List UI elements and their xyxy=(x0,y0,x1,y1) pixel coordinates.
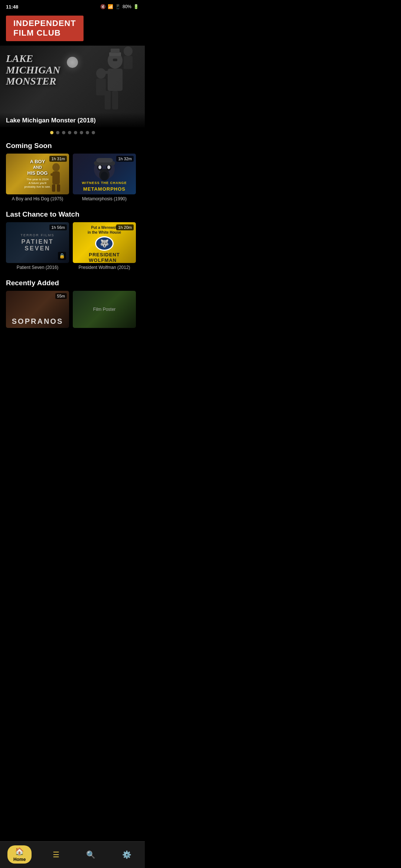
dot-6[interactable] xyxy=(80,131,83,134)
svg-rect-6 xyxy=(111,49,120,53)
recently-card-1[interactable]: SOPRANOS 55m xyxy=(6,291,69,328)
coming-soon-cards: A BOYANDHIS DOG The year is 2024A future… xyxy=(6,154,139,204)
recently-added-title: Recently Added xyxy=(6,279,139,287)
mute-icon: 🔇 xyxy=(100,4,106,9)
movie-thumb-wolfman: Put a Werewolfin the White House 🐺 PRESI… xyxy=(73,222,136,263)
battery-icon: 🔋 xyxy=(133,4,139,9)
svg-rect-7 xyxy=(113,59,117,61)
svg-rect-4 xyxy=(112,91,118,109)
recently-1-duration: 55m xyxy=(55,293,67,299)
movie-thumb-patient-seven: TERROR FILMS PATIENTSEVEN 1h 56m 🔒 xyxy=(6,222,69,263)
hero-banner[interactable]: LAKEMICHIGANMONSTER Lake Michigan Monste… xyxy=(0,46,145,127)
brand-name: INDEPENDENTFILM CLUB xyxy=(13,19,76,38)
metamorphosis-duration: 1h 32m xyxy=(116,156,134,162)
wifi-icon: 📶 xyxy=(108,4,113,9)
svg-rect-9 xyxy=(124,56,133,69)
last-chance-title: Last Chance to Watch xyxy=(6,210,139,218)
svg-point-21 xyxy=(107,165,110,169)
svg-point-8 xyxy=(124,46,133,56)
svg-rect-14 xyxy=(50,173,55,176)
movie-thumb-boy-dog: A BOYANDHIS DOG The year is 2024A future… xyxy=(6,154,69,194)
status-bar: 11:48 🔇 📶 📱 80% 🔋 xyxy=(0,0,145,12)
metamorphosis-label: Metamorphosis (1990) xyxy=(73,196,136,201)
hero-title-art: LAKEMICHIGANMONSTER xyxy=(6,53,60,87)
svg-rect-16 xyxy=(57,184,60,192)
recently-card-2[interactable]: Film Poster xyxy=(73,291,136,328)
movie-thumb-metamorphosis: WITNESS THE CHANGE METAMORPHOS 1h 32m xyxy=(73,154,136,194)
dot-8[interactable] xyxy=(92,131,95,134)
recently-thumb-2: Film Poster xyxy=(73,291,136,328)
wolfman-label: President Wolfman (2012) xyxy=(73,265,136,270)
dot-2[interactable] xyxy=(56,131,59,134)
wolfman-duration: 1h 20m xyxy=(116,224,134,230)
status-time: 11:48 xyxy=(6,4,18,10)
patient-seven-label: Patient Seven (2016) xyxy=(6,265,69,270)
recently-thumb-1: SOPRANOS 55m xyxy=(6,291,69,328)
dot-5[interactable] xyxy=(74,131,77,134)
coming-soon-section: Coming Soon A BOYANDHIS DOG The year is … xyxy=(0,138,145,207)
movie-card-boy-dog[interactable]: A BOYANDHIS DOG The year is 2024A future… xyxy=(6,154,69,201)
movie-card-metamorphosis[interactable]: WITNESS THE CHANGE METAMORPHOS 1h 32m Me… xyxy=(73,154,136,201)
recently-added-section: Recently Added SOPRANOS 55m Film Poster xyxy=(0,275,145,332)
svg-point-12 xyxy=(52,163,60,171)
svg-rect-15 xyxy=(52,184,55,192)
boy-dog-label: A Boy and His Dog (1975) xyxy=(6,196,69,201)
boy-dog-duration: 1h 31m xyxy=(49,156,67,162)
dot-3[interactable] xyxy=(62,131,65,134)
movie-card-wolfman[interactable]: Put a Werewolfin the White House 🐺 PRESI… xyxy=(73,222,136,270)
last-chance-section: Last Chance to Watch TERROR FILMS PATIEN… xyxy=(0,207,145,275)
dot-7[interactable] xyxy=(86,131,89,134)
signal-icon: 📱 xyxy=(115,4,121,9)
boy-dog-silhouette xyxy=(47,163,65,193)
svg-rect-11 xyxy=(96,79,106,95)
patient-seven-lock-icon: 🔒 xyxy=(58,252,66,260)
dot-4[interactable] xyxy=(68,131,71,134)
svg-point-10 xyxy=(96,68,106,79)
patient-seven-duration: 1h 56m xyxy=(49,224,67,230)
last-chance-cards: TERROR FILMS PATIENTSEVEN 1h 56m 🔒 Patie… xyxy=(6,222,139,273)
battery-indicator: 80% xyxy=(123,4,131,9)
svg-rect-25 xyxy=(96,158,113,162)
app-header: INDEPENDENTFILM CLUB xyxy=(0,12,145,46)
thumb-bg-recently2: Film Poster xyxy=(73,291,136,328)
brand-badge: INDEPENDENTFILM CLUB xyxy=(6,16,84,41)
hero-movie-title: Lake Michigan Monster (2018) xyxy=(6,117,96,124)
svg-point-20 xyxy=(98,165,101,169)
recently-added-cards: SOPRANOS 55m Film Poster xyxy=(6,291,139,329)
pagination-dots xyxy=(0,127,145,138)
coming-soon-title: Coming Soon xyxy=(6,142,139,150)
dot-1[interactable] xyxy=(50,131,53,134)
movie-card-patient-seven[interactable]: TERROR FILMS PATIENTSEVEN 1h 56m 🔒 Patie… xyxy=(6,222,69,270)
status-icons: 🔇 📶 📱 80% 🔋 xyxy=(100,4,139,9)
hero-overlay: Lake Michigan Monster (2018) xyxy=(0,112,145,127)
